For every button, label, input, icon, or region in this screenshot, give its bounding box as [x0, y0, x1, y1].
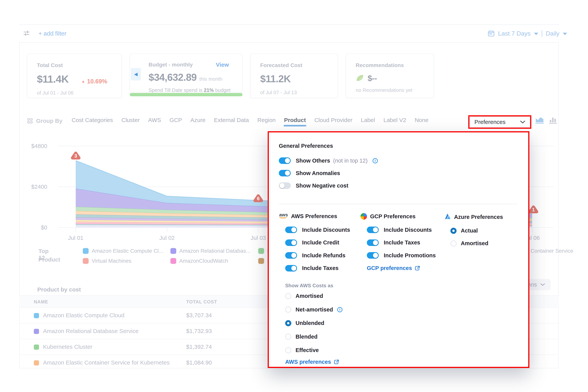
aws-preferences-section: aws AWS Preferences Include DiscountsInc…: [279, 213, 360, 220]
legend-swatch: [170, 258, 176, 264]
preferences-annotation-box: Preferences: [468, 115, 531, 129]
add-filter-button[interactable]: + add filter: [38, 30, 66, 37]
bar-chart-icon[interactable]: [549, 116, 557, 124]
chart-type-switch: [535, 116, 557, 124]
tab-azure[interactable]: Azure: [190, 116, 206, 126]
gcp-toggle-row: Include Taxes: [367, 240, 420, 246]
chevron-down-icon: [520, 120, 525, 124]
tab-cloud-provider[interactable]: Cloud Provider: [314, 116, 353, 126]
divider: [542, 30, 542, 37]
legend-label: Amazon Elastic Compute Cl...: [92, 248, 163, 254]
radio-label: Unblended: [296, 320, 324, 326]
column-header-total-cost[interactable]: TOTAL COST: [186, 299, 217, 304]
azure-preferences-section: Azure Preferences ActualAmortised: [444, 213, 521, 221]
toggle-label: Show Others: [296, 158, 330, 164]
radio-unselected[interactable]: [450, 240, 456, 246]
legend-item[interactable]: Amazon Elastic Compute Cl...: [83, 248, 163, 254]
toggle-on[interactable]: [285, 252, 297, 259]
granularity-dropdown[interactable]: Daily: [546, 30, 559, 37]
radio-label: Amortised: [461, 240, 488, 246]
toggle-on[interactable]: [279, 158, 291, 164]
legend-item[interactable]: Virtual Machines: [83, 258, 131, 264]
grid-icon: [27, 118, 33, 124]
radio-selected[interactable]: [450, 228, 456, 234]
toggle-on[interactable]: [367, 240, 379, 246]
area-chart-icon[interactable]: [535, 116, 544, 124]
radio-label: Actual: [461, 228, 478, 234]
row-total-cost: $1,732.93: [186, 328, 212, 334]
radio-label: Net-amortised: [296, 306, 333, 313]
aws-cost-radio-row: Net-amortisedi: [285, 306, 342, 313]
general-toggle-row: Show Others(not in top 12)i: [279, 158, 378, 164]
group-by-label: Group By: [27, 118, 62, 124]
anomaly-count: 6: [257, 196, 260, 202]
general-toggle-row: Show Negative cost: [279, 182, 348, 189]
radio-selected[interactable]: [285, 320, 291, 326]
toggle-label: Include Taxes: [384, 240, 420, 246]
tab-product[interactable]: Product: [284, 116, 306, 126]
info-icon[interactable]: i: [372, 158, 378, 163]
tab-external-data[interactable]: External Data: [214, 116, 249, 126]
info-icon[interactable]: i: [337, 307, 342, 312]
chevron-down-icon[interactable]: [563, 33, 567, 35]
row-swatch: [34, 313, 39, 318]
y-axis-label: $4800: [31, 143, 47, 149]
row-swatch: [34, 329, 39, 334]
toggle-on[interactable]: [367, 252, 379, 259]
row-total-cost: $3,707.34: [186, 312, 212, 318]
aws-logo-icon: aws: [279, 213, 288, 218]
legend-item[interactable]: Amazon Relational Databas...: [170, 248, 250, 254]
legend-swatch: [258, 258, 264, 264]
filter-sliders-icon[interactable]: [23, 30, 30, 38]
azure-radio-row: Amortised: [450, 240, 488, 246]
x-axis-label: Jul 03: [250, 234, 266, 241]
preferences-dropdown-button[interactable]: Preferences: [470, 116, 530, 128]
toggle-on[interactable]: [285, 240, 297, 246]
tab-cluster[interactable]: Cluster: [121, 116, 140, 126]
tab-label[interactable]: Label: [360, 116, 375, 126]
toggle-off[interactable]: [279, 182, 291, 189]
row-total-cost: $1,084.90: [186, 359, 212, 366]
toggle-label: Include Discounts: [302, 227, 350, 233]
radio-unselected[interactable]: [285, 347, 291, 354]
toggle-label: Show Anomalies: [296, 170, 340, 176]
tab-none[interactable]: None: [414, 116, 429, 126]
tab-gcp[interactable]: GCP: [169, 116, 182, 126]
legend-item[interactable]: AmazonCloudWatch: [170, 258, 228, 264]
aws-cost-radio-row: Unblended: [285, 320, 324, 326]
toggle-on[interactable]: [367, 226, 379, 233]
aws-cost-radio-row: Blended: [285, 334, 318, 340]
column-header-name[interactable]: NAME: [34, 299, 48, 304]
gcp-toggle-row: Include Promotions: [367, 252, 436, 259]
tab-region[interactable]: Region: [257, 116, 276, 126]
toggle-note: (not in top 12): [333, 158, 368, 164]
legend-group-label: Product: [38, 256, 60, 263]
radio-unselected[interactable]: [285, 334, 291, 340]
chevron-down-icon[interactable]: [534, 33, 538, 35]
aws-cost-radio-row: Effective: [285, 347, 319, 354]
toggle-on[interactable]: [285, 226, 297, 233]
radio-label: Amortised: [296, 293, 323, 299]
toggle-label: Include Refunds: [302, 252, 346, 259]
x-axis-label: Jul 02: [159, 234, 175, 241]
tab-cost-categories[interactable]: Cost Categories: [71, 116, 113, 126]
aws-preferences-link[interactable]: AWS preferences: [285, 359, 339, 365]
tab-label-v2[interactable]: Label V2: [383, 116, 406, 126]
toggle-on[interactable]: [285, 265, 297, 272]
anomaly-count: 1: [532, 207, 535, 212]
row-name: Kubernetes Cluster: [43, 344, 92, 350]
group-by-tabs: Group By Cost CategoriesClusterAWSGCPAzu…: [27, 114, 429, 127]
row-name: Amazon Relational Database Service: [43, 328, 138, 334]
external-link-icon: [334, 359, 339, 365]
legend-label: Virtual Machines: [92, 258, 131, 264]
radio-unselected[interactable]: [285, 293, 291, 299]
tab-aws[interactable]: AWS: [148, 116, 162, 126]
row-total-cost: $1,392.74: [186, 344, 212, 350]
calendar-icon: [488, 30, 494, 38]
legend-swatch: [83, 258, 88, 264]
gcp-preferences-link[interactable]: GCP preferences: [367, 265, 420, 271]
radio-unselected[interactable]: [285, 306, 291, 313]
toggle-on[interactable]: [279, 170, 291, 176]
toggle-label: Show Negative cost: [296, 182, 348, 189]
date-range-dropdown[interactable]: Last 7 Days: [498, 30, 530, 37]
